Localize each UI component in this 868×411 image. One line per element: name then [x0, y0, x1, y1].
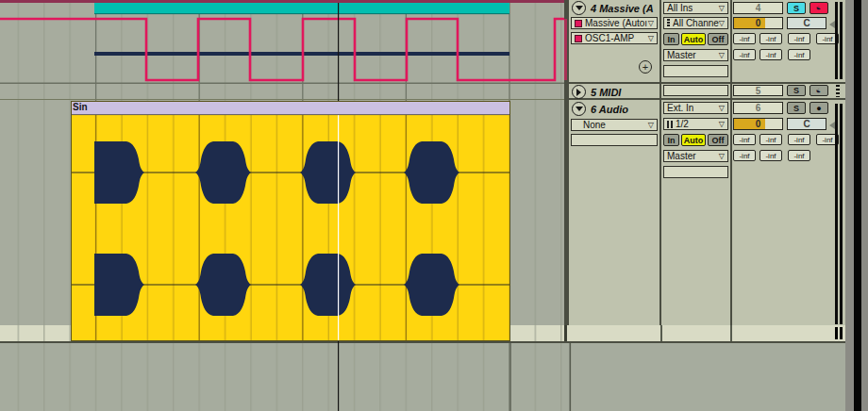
fold-arrow-icon[interactable] — [572, 1, 586, 15]
level-meter — [835, 104, 838, 324]
send-c-field[interactable]: -inf — [788, 33, 810, 44]
scrollbar-track[interactable] — [854, 0, 861, 411]
track4-input-chooser[interactable]: All Ins ▽ — [663, 2, 728, 14]
send-f-field[interactable]: -inf — [760, 150, 782, 161]
dropdown-arrow-icon: ▽ — [719, 5, 725, 12]
solo-button[interactable]: S — [787, 2, 806, 14]
track5-routing-column — [661, 84, 730, 98]
dropdown-arrow-icon: ▽ — [648, 122, 654, 129]
volume-field[interactable]: 0 — [733, 118, 783, 130]
audio-clip[interactable] — [71, 101, 510, 341]
send-c-field[interactable]: -inf — [788, 134, 810, 145]
arm-button[interactable]: ◑ — [810, 2, 828, 14]
track4-device-chooser[interactable]: Massive (Autoı ▽ — [571, 17, 658, 29]
track4-channel-chooser[interactable]: All Channe ▽ — [663, 17, 728, 29]
dropdown-arrow-icon: ▽ — [719, 153, 725, 160]
track6-output-chooser[interactable]: Master ▽ — [663, 150, 728, 162]
send-g-field[interactable]: -inf — [788, 49, 810, 60]
track-activator[interactable]: 6 — [733, 102, 783, 114]
send-e-field[interactable]: -inf — [733, 49, 756, 60]
automation-led-icon — [575, 35, 582, 42]
monitor-auto-button[interactable]: Auto — [681, 33, 706, 45]
track6-extra-box[interactable] — [571, 134, 658, 146]
fold-arrow-icon[interactable] — [572, 102, 586, 116]
track-activator[interactable]: 5 — [733, 85, 783, 96]
track6-input-chooser[interactable]: Ext. In ▽ — [663, 102, 728, 114]
unfold-arrow-icon[interactable] — [572, 85, 586, 99]
dropdown-arrow-icon: ▽ — [719, 121, 725, 128]
pause-bars-icon — [835, 327, 838, 339]
track4-title[interactable]: 4 Massive (A — [572, 1, 659, 15]
track6-input-device-chooser[interactable]: None ▽ — [571, 119, 658, 131]
track-name: 6 Audio — [591, 104, 628, 115]
pause-bars-icon — [840, 327, 843, 339]
track5-extra-box[interactable] — [663, 85, 728, 96]
add-automation-lane-button[interactable]: + — [639, 60, 652, 74]
send-f-field[interactable]: -inf — [760, 49, 782, 60]
monitor-in-button[interactable]: In — [663, 134, 679, 146]
audio-clip-label: Sin — [73, 102, 88, 112]
track5-mixer-column: 5 S ◑ — [732, 84, 845, 98]
arm-button[interactable]: ◑ — [810, 85, 828, 96]
record-arm-icon: ◑ — [813, 3, 826, 12]
footer-divider — [730, 325, 732, 341]
track4-name-column: 4 Massive (A Massive (Autoı ▽ OSC1-AMP ▽… — [569, 0, 659, 82]
automation-led-icon — [575, 20, 582, 27]
level-meter — [836, 85, 840, 97]
dropdown-arrow-icon: ▽ — [648, 35, 654, 42]
dropdown-arrow-icon: ▽ — [719, 105, 725, 112]
track-name: 5 MIDI — [591, 87, 621, 98]
solo-button[interactable]: S — [787, 102, 806, 114]
monitor-off-button[interactable]: Off — [708, 33, 728, 45]
track6-channel-chooser[interactable]: 1/2 ▽ — [663, 118, 728, 130]
track6-routing-column: Ext. In ▽ 1/2 ▽ In Auto Off Master ▽ — [661, 100, 730, 326]
stereo-pair-icon — [667, 121, 673, 128]
audio-clip-title-bar[interactable] — [71, 101, 510, 115]
panel-footer-strip — [564, 325, 845, 341]
midi-channel-icon — [667, 19, 670, 27]
window-edge — [861, 0, 868, 411]
scrollbar-gutter — [845, 0, 854, 411]
track-name: 4 Massive (A — [591, 3, 654, 14]
track4-output-chooser[interactable]: Master ▽ — [663, 49, 728, 61]
track6-title[interactable]: 6 Audio — [572, 102, 659, 116]
send-b-field[interactable]: -inf — [760, 33, 782, 44]
footer-divider — [660, 325, 662, 341]
playhead-in-clip — [338, 115, 339, 340]
arm-button[interactable]: ● — [810, 102, 828, 114]
level-meter — [835, 2, 838, 79]
automation-envelope-edge — [564, 19, 567, 80]
track5-title[interactable]: 5 MIDI — [572, 85, 659, 99]
solo-button[interactable]: S — [787, 85, 806, 96]
track-activator[interactable]: 4 — [733, 2, 783, 14]
monitor-off-button[interactable]: Off — [708, 134, 728, 146]
dropdown-arrow-icon: ▽ — [648, 20, 654, 27]
track6-extra-box[interactable] — [663, 166, 728, 178]
send-e-field[interactable]: -inf — [733, 150, 756, 161]
midi-clip[interactable] — [94, 3, 509, 14]
monitor-auto-button[interactable]: Auto — [681, 134, 706, 146]
track-panel-area: 4 Massive (A Massive (Autoı ▽ OSC1-AMP ▽… — [564, 0, 845, 326]
record-arm-icon: ● — [816, 104, 821, 113]
track4-extra-box[interactable] — [663, 65, 728, 77]
track4-routing-column: All Ins ▽ All Channe ▽ In Auto Off Maste… — [661, 0, 730, 82]
send-g-field[interactable]: -inf — [788, 150, 810, 161]
track-panel-5: 5 MIDI 5 S ◑ — [564, 84, 845, 98]
track5-name-column: 5 MIDI — [569, 84, 659, 98]
pan-field[interactable]: C — [787, 118, 826, 130]
send-b-field[interactable]: -inf — [760, 134, 782, 145]
track-panel-6: 6 Audio None ▽ Ext. In ▽ 1/2 ▽ In — [564, 100, 845, 326]
record-arm-icon: ◑ — [813, 86, 826, 95]
track-panel-4: 4 Massive (A Massive (Autoı ▽ OSC1-AMP ▽… — [564, 0, 845, 82]
send-a-field[interactable]: -inf — [733, 33, 756, 44]
volume-field[interactable]: 0 — [733, 17, 783, 29]
track6-name-column: 6 Audio None ▽ — [569, 100, 659, 326]
clip-above-edge — [0, 0, 564, 3]
send-a-field[interactable]: -inf — [733, 134, 756, 145]
dropdown-arrow-icon: ▽ — [719, 52, 725, 59]
track6-mixer-column: 6 S ● 0 C -inf -inf -inf -inf -inf -inf … — [732, 100, 845, 326]
pan-field[interactable]: C — [787, 17, 826, 29]
monitor-in-button[interactable]: In — [663, 33, 679, 45]
track4-param-chooser[interactable]: OSC1-AMP ▽ — [571, 32, 658, 44]
ableton-arrangement-view: Sin 4 Massive (A Massive (Autoı ▽ OSC1-A… — [0, 0, 868, 411]
